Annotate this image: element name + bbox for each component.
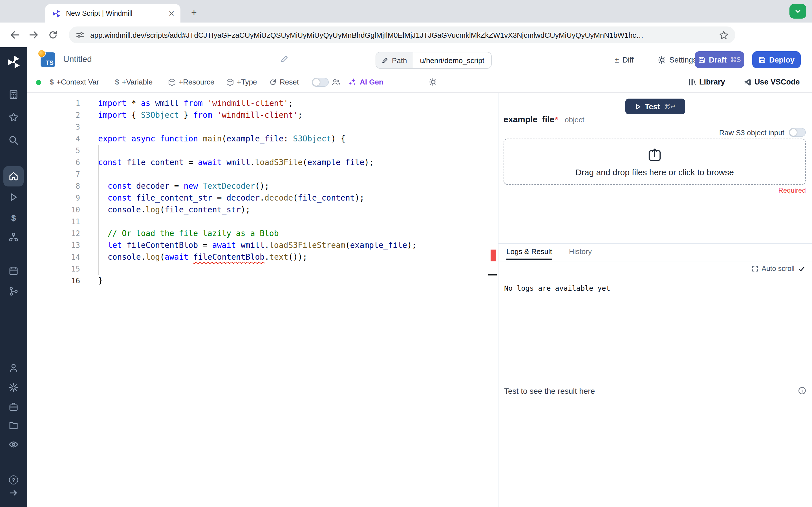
auto-scroll-control[interactable]: Auto scroll xyxy=(751,265,805,273)
sidebar-calculator-icon[interactable] xyxy=(8,90,18,100)
raw-s3-toggle[interactable] xyxy=(789,128,806,137)
code-line[interactable]: // Or load the file lazily as a Blob xyxy=(98,228,279,239)
diff-button[interactable]: ± Diff xyxy=(609,51,639,68)
code-line[interactable]: const file_content_str = decoder.decode(… xyxy=(98,192,364,204)
sidebar-briefcase-icon[interactable] xyxy=(8,402,18,412)
line-number: 15 xyxy=(27,263,80,275)
tab-history[interactable]: History xyxy=(569,247,592,256)
save-draft-icon xyxy=(698,56,705,63)
code-editor[interactable]: 12345678910111213141516 import * as wmil… xyxy=(27,93,498,507)
code-line[interactable]: export async function main(example_file:… xyxy=(98,133,345,145)
code-line[interactable]: console.log(await fileContentBlob.text()… xyxy=(98,251,307,263)
raw-s3-label: Raw S3 object input xyxy=(719,128,784,136)
forward-icon[interactable] xyxy=(24,25,43,45)
browser-tab[interactable]: New Script | Windmill ✕ xyxy=(45,4,181,22)
tab-logs-result[interactable]: Logs & Result xyxy=(506,247,552,260)
sidebar-flow-icon[interactable] xyxy=(8,286,18,296)
deploy-save-icon xyxy=(758,56,766,63)
code-line[interactable]: let fileContentBlob = await wmill.loadS3… xyxy=(98,239,417,251)
line-number: 13 xyxy=(27,239,80,251)
users-icon xyxy=(332,77,341,87)
lang-label: TS xyxy=(46,59,54,66)
info-icon[interactable] xyxy=(798,386,806,395)
reload-icon[interactable] xyxy=(43,25,63,45)
sidebar-search-icon[interactable] xyxy=(8,135,18,145)
test-button[interactable]: Test ⌘↵ xyxy=(625,99,685,114)
sidebar-hub-icon[interactable] xyxy=(8,232,18,242)
path-pill[interactable]: Path u/henri/demo_script xyxy=(375,52,492,69)
sidebar-person-icon[interactable] xyxy=(8,363,18,373)
line-number: 12 xyxy=(27,228,80,239)
emoji-sticker xyxy=(38,50,46,57)
add-context-var-button[interactable]: $ +Context Var xyxy=(50,72,99,92)
sidebar-home-icon[interactable] xyxy=(8,171,18,181)
new-tab-button[interactable]: + xyxy=(187,6,201,20)
code-line[interactable]: } xyxy=(98,275,103,287)
edit-title-pencil-icon[interactable] xyxy=(280,55,289,63)
windmill-logo-icon[interactable] xyxy=(6,55,21,69)
required-asterisk: * xyxy=(555,115,558,124)
dollar-icon: $ xyxy=(115,78,119,86)
url-omnibox[interactable]: app.windmill.dev/scripts/add#JTdCJTIyaGF… xyxy=(69,26,735,43)
toggle-track[interactable] xyxy=(312,77,329,87)
overview-cursor-marker xyxy=(488,274,497,276)
reset-button[interactable]: Reset xyxy=(269,72,299,92)
line-number: 6 xyxy=(27,157,80,168)
library-button[interactable]: Library xyxy=(689,72,725,92)
logs-section: Logs & Result History Auto scroll No log… xyxy=(499,243,812,262)
back-icon[interactable] xyxy=(5,25,24,45)
raw-s3-toggle-row: Raw S3 object input xyxy=(719,128,806,137)
script-title[interactable]: Untitled xyxy=(63,54,92,64)
sidebar-play-icon[interactable] xyxy=(8,192,18,202)
ai-gen-button[interactable]: AI Gen xyxy=(349,72,384,92)
sidebar-folder-icon[interactable] xyxy=(8,420,18,431)
bookmark-star-icon[interactable] xyxy=(719,30,728,40)
browser-address-bar: app.windmill.dev/scripts/add#JTdCJTIyaGF… xyxy=(0,22,812,47)
script-header: TS Untitled Path u/henri/demo_script xyxy=(27,47,812,72)
deploy-button[interactable]: Deploy xyxy=(752,51,801,68)
file-dropzone[interactable]: Drag and drop files here or click to bro… xyxy=(504,138,806,185)
multiplayer-toggle[interactable] xyxy=(312,72,341,92)
code-line[interactable]: import { S3Object } from 'windmill-clien… xyxy=(98,109,303,121)
expand-icon xyxy=(751,265,758,272)
line-number: 3 xyxy=(27,121,80,133)
line-number: 10 xyxy=(27,204,80,216)
sidebar-calendar-icon[interactable] xyxy=(8,266,18,276)
use-vscode-button[interactable]: Use VSCode xyxy=(744,72,800,92)
sidebar-star-icon[interactable] xyxy=(8,112,18,122)
status-dot xyxy=(36,80,41,85)
sidebar-help-icon[interactable]: ? xyxy=(8,475,18,485)
argument-row: example_file * object xyxy=(504,114,584,124)
code-line[interactable]: const file_content = await wmill.loadS3F… xyxy=(98,157,374,168)
library-icon xyxy=(689,78,696,86)
editor-settings-gear-icon[interactable] xyxy=(428,72,437,92)
code-line[interactable]: import * as wmill from 'windmill-client'… xyxy=(98,98,293,109)
add-resource-button[interactable]: +Resource xyxy=(168,72,214,92)
sidebar-arrow-right-icon[interactable] xyxy=(8,488,18,498)
browser-tab-strip: New Script | Windmill ✕ + xyxy=(0,0,812,22)
test-kbd: ⌘↵ xyxy=(664,103,676,110)
draft-button[interactable]: Draft ⌘S xyxy=(695,51,744,68)
line-number: 14 xyxy=(27,251,80,263)
app-sidebar: $? xyxy=(0,47,27,507)
package-icon xyxy=(168,78,176,86)
sidebar-eye-icon[interactable] xyxy=(8,439,18,450)
tab-close-icon[interactable]: ✕ xyxy=(168,9,175,17)
sidebar-dollar-icon[interactable]: $ xyxy=(8,212,18,223)
add-type-button[interactable]: +Type xyxy=(226,72,257,92)
code-line[interactable]: console.log(file_content_str); xyxy=(98,204,250,216)
editor-toolbar: $ +Context Var $ +Variable +Resource xyxy=(27,72,812,93)
overview-error-marker xyxy=(491,249,496,262)
argument-name: example_file xyxy=(504,114,554,124)
diff-icon: ± xyxy=(615,56,619,64)
line-number: 2 xyxy=(27,109,80,121)
line-number: 1 xyxy=(27,98,80,109)
line-number: 5 xyxy=(27,145,80,157)
add-variable-button[interactable]: $ +Variable xyxy=(115,72,153,92)
check-icon xyxy=(798,265,805,272)
code-line[interactable]: const decoder = new TextDecoder(); xyxy=(98,180,269,192)
browser-chevron-button[interactable] xyxy=(790,4,806,18)
play-icon xyxy=(635,103,641,110)
site-settings-icon[interactable] xyxy=(75,31,85,40)
sidebar-gear-icon[interactable] xyxy=(8,383,18,393)
